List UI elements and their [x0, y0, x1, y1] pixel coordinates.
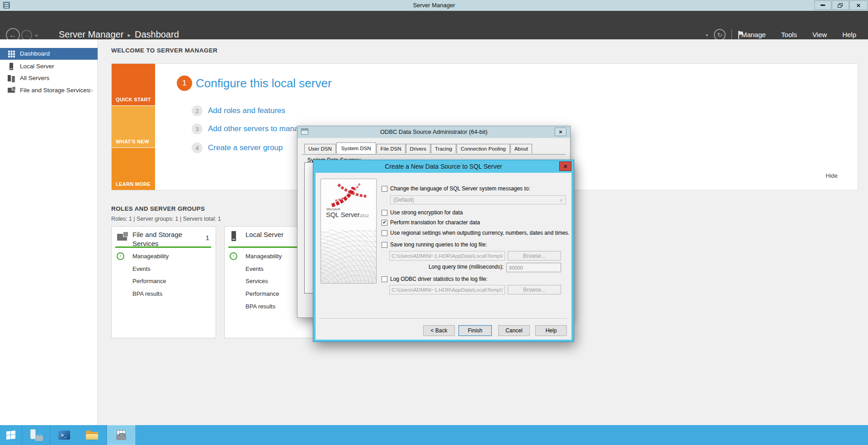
odbc-dialog-titlebar[interactable]: ODBC Data Source Administrator (64-bit) … [297, 126, 570, 138]
browse-stats-log-button: Browse... [508, 285, 561, 294]
card-row-label: Manageability [132, 250, 169, 263]
quick-start-label: QUICK START [116, 97, 151, 102]
sidebar-item-file-storage-services[interactable]: File and Storage Services ▷ [0, 85, 98, 96]
menu-view[interactable]: View [812, 31, 827, 38]
step-4-link[interactable]: Create a server group [208, 143, 283, 152]
learn-more-block[interactable]: LEARN MORE [112, 148, 155, 190]
step-3-badge: 3 [192, 123, 203, 134]
servers-icon [8, 75, 11, 81]
card-row-label: BPA results [132, 288, 162, 300]
file-storage-icon [8, 88, 15, 93]
tab-drivers[interactable]: Drivers [406, 144, 430, 153]
wave-texture [321, 230, 376, 283]
header-menu: Manage Tools View Help [741, 31, 856, 38]
translation-checkbox-checked[interactable]: ✔ [382, 220, 387, 226]
save-queries-checkbox[interactable] [382, 242, 387, 248]
restore-icon [838, 3, 843, 8]
card-row-events[interactable]: Events [112, 263, 216, 275]
taskbar-explorer-button[interactable] [78, 425, 106, 445]
wizard-body: Microsoft SQL Server2012 Change the lang… [316, 173, 571, 340]
close-icon: × [559, 128, 562, 135]
cancel-button[interactable]: Cancel [498, 325, 530, 336]
expand-chevron-icon[interactable]: ▷ [90, 85, 93, 96]
odbc-close-button[interactable]: × [555, 128, 566, 136]
card-count: 1 [206, 234, 209, 241]
step-1-link[interactable]: Configure this local server [196, 76, 332, 90]
sql-server-label: SQL Server2012 [326, 211, 369, 218]
menu-help[interactable]: Help [842, 31, 856, 38]
step-3-link[interactable]: Add other servers to manage [208, 124, 307, 133]
back-icon: ← [9, 31, 17, 40]
start-button[interactable] [0, 425, 22, 445]
year-label: 2012 [360, 213, 369, 218]
taskbar-server-manager-button[interactable] [22, 425, 50, 445]
file-storage-icon [117, 234, 127, 241]
server-manager-icon [29, 429, 43, 441]
tab-file-dsn[interactable]: File DSN [377, 144, 406, 153]
sql-server-swirl-icon [327, 181, 371, 207]
quick-start-block[interactable]: QUICK START [112, 64, 155, 105]
step-2-link[interactable]: Add roles and features [208, 106, 285, 115]
folder-icon [86, 431, 98, 440]
tab-user-dsn[interactable]: User DSN [304, 144, 336, 153]
breadcrumb-root[interactable]: Server Manager [59, 29, 123, 40]
sidebar-item-label: Dashboard [20, 48, 50, 60]
hide-link[interactable]: Hide [826, 172, 838, 179]
sidebar-item-dashboard[interactable]: Dashboard [0, 48, 98, 60]
save-queries-checkbox-row: Save long running queries to the log fil… [382, 241, 487, 248]
menu-tools[interactable]: Tools [781, 31, 797, 38]
encryption-checkbox-label: Use strong encryption for data [390, 209, 463, 216]
server-icon [231, 231, 236, 241]
status-up-icon: ↑ [117, 252, 124, 260]
server-icon [9, 63, 13, 70]
sidebar-item-all-servers[interactable]: All Servers [0, 72, 98, 84]
whats-new-label: WHAT'S NEW [116, 139, 149, 144]
refresh-icon: ↻ [717, 31, 722, 38]
language-checkbox[interactable] [382, 186, 387, 192]
card-row-performance[interactable]: Performance [112, 275, 216, 288]
tab-about[interactable]: About [510, 144, 532, 153]
translation-checkbox-label: Perform translation for character data [390, 219, 480, 226]
card-row-bpa-results[interactable]: BPA results [112, 288, 216, 300]
tab-system-dsn[interactable]: System DSN [336, 142, 376, 154]
roles-heading: ROLES AND SERVER GROUPS [111, 205, 205, 212]
query-log-path-field [389, 251, 505, 260]
back-button[interactable]: < Back [423, 325, 455, 336]
nav-history-caret-icon[interactable]: ▾ [35, 33, 38, 38]
close-button[interactable]: × [849, 0, 868, 10]
windows-logo-icon [6, 431, 16, 440]
odbc-stats-checkbox[interactable] [382, 276, 387, 282]
tab-tracing[interactable]: Tracing [431, 144, 456, 153]
menu-manage[interactable]: Manage [741, 31, 766, 38]
step-2-badge: 2 [192, 105, 203, 116]
minimize-button[interactable] [814, 0, 831, 10]
notifications-caret-icon[interactable]: ▾ [706, 33, 708, 38]
finish-button[interactable]: Finish [458, 325, 492, 336]
wizard-close-button[interactable]: × [559, 161, 571, 171]
welcome-heading: WELCOME TO SERVER MANAGER [111, 47, 217, 54]
stats-log-path-field [389, 285, 505, 294]
powershell-icon: >_ [58, 431, 70, 440]
card-row-label: Events [245, 263, 264, 275]
taskbar-powershell-button[interactable]: >_ [50, 425, 78, 445]
help-button[interactable]: Help [535, 325, 567, 336]
odbc-tab-strip: User DSN System DSN File DSN Drivers Tra… [304, 143, 533, 153]
card-title[interactable]: File and Storage Services [132, 230, 192, 248]
language-checkbox-row: Change the language of SQL Server system… [382, 185, 530, 192]
card-file-storage-services: File and Storage Services 1 ↑ Manageabil… [111, 226, 216, 338]
card-row-label: Performance [245, 288, 279, 300]
tab-connection-pooling[interactable]: Connection Pooling [457, 144, 510, 153]
card-row-label: Services [245, 275, 268, 288]
card-row-label: BPA results [245, 300, 275, 313]
taskbar-odbc-active-button[interactable] [107, 425, 135, 445]
restore-button[interactable] [832, 0, 849, 10]
encryption-checkbox[interactable] [382, 210, 387, 216]
taskbar: >_ ▲ ✖ ✖ 10:33 PM 8/4/2019 [0, 425, 868, 445]
card-row-manageability[interactable]: ↑ Manageability [112, 250, 216, 263]
sidebar-item-local-server[interactable]: Local Server [0, 61, 98, 72]
card-row-label: Events [132, 263, 151, 275]
regional-checkbox[interactable] [382, 230, 387, 236]
card-title[interactable]: Local Server [245, 230, 305, 239]
whats-new-block[interactable]: WHAT'S NEW [112, 106, 155, 147]
save-queries-checkbox-label: Save long running queries to the log fil… [390, 241, 487, 248]
